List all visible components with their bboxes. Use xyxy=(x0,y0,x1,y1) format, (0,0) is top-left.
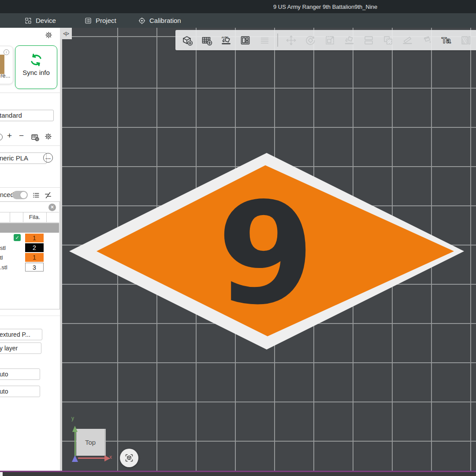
advanced-toggle[interactable] xyxy=(12,191,28,199)
lay-flat-icon xyxy=(343,34,355,46)
sync-info-label: Sync info xyxy=(15,69,57,76)
plate-type-select[interactable]: extured P... xyxy=(0,329,42,340)
x-axis-label: x xyxy=(109,454,112,460)
cut-button xyxy=(400,33,415,48)
tab-device[interactable]: Device xyxy=(24,13,56,28)
process-preset-select[interactable]: tandard xyxy=(0,110,54,121)
rotate-icon xyxy=(305,34,316,46)
printer-card-label: re... xyxy=(0,72,10,79)
add-plate-button[interactable] xyxy=(199,33,214,48)
window-title: 9 US Army Ranger 9th Battalion9th_Nine xyxy=(273,4,377,10)
arrange-button[interactable] xyxy=(238,33,253,48)
tab-device-label: Device xyxy=(36,17,56,24)
tab-calibration[interactable]: Calibration xyxy=(138,13,181,28)
auto-select-2[interactable]: uto xyxy=(0,386,40,397)
tune-icon xyxy=(44,191,52,200)
bottom-bar xyxy=(0,472,476,476)
scale-icon xyxy=(324,34,336,46)
filament-column-header: Fila. xyxy=(23,214,46,220)
rotate-button xyxy=(303,33,318,48)
tab-project-label: Project xyxy=(96,17,116,24)
cut-icon xyxy=(402,34,413,46)
tab-calibration-label: Calibration xyxy=(149,17,181,24)
split-icon xyxy=(363,34,375,46)
printer-image xyxy=(0,55,4,74)
add-plate-icon xyxy=(201,34,212,46)
list-view-button[interactable] xyxy=(32,191,41,200)
remove-preset-button[interactable]: − xyxy=(19,131,24,141)
viewport-canvas[interactable] xyxy=(62,28,476,472)
divider xyxy=(0,93,60,93)
tab-bar xyxy=(0,13,476,28)
nav-cube-top-face[interactable]: Top xyxy=(76,429,106,456)
variable-layer-button xyxy=(458,33,473,48)
list-icon xyxy=(32,191,41,200)
layers-icon xyxy=(259,34,271,46)
info-icon[interactable]: i xyxy=(4,49,9,55)
divider xyxy=(0,145,60,146)
move-icon xyxy=(285,34,297,46)
filament-settings-button[interactable] xyxy=(44,132,52,141)
svg-text:Ta: Ta xyxy=(441,36,450,45)
y-axis-line xyxy=(74,432,76,456)
toolbar-separator xyxy=(277,33,278,47)
scale-button xyxy=(322,33,337,48)
object-row[interactable]: ✓1 xyxy=(0,233,59,243)
filament-cell[interactable]: 3 xyxy=(25,263,44,271)
layer-mode-select[interactable]: y layer xyxy=(0,342,41,354)
object-rows: ✓1stl2tl1.stl3 xyxy=(0,233,59,272)
y-axis-arrow xyxy=(72,426,78,432)
filament-preset-select[interactable]: neric PLA xyxy=(0,152,47,164)
close-icon[interactable]: × xyxy=(48,204,56,211)
toggle-knob xyxy=(20,192,27,198)
add-model-icon xyxy=(181,34,193,46)
auto-select-1[interactable]: uto xyxy=(0,368,40,380)
filament-cell[interactable]: 1 xyxy=(25,234,44,242)
project-icon xyxy=(84,17,92,25)
selected-row-highlight[interactable] xyxy=(0,223,59,233)
object-row-label: .stl xyxy=(0,264,7,271)
z-axis-marker xyxy=(72,455,78,462)
x-axis-line xyxy=(78,457,104,459)
tune-button[interactable] xyxy=(44,191,52,200)
add-model-button[interactable] xyxy=(179,33,194,48)
move-button xyxy=(283,33,298,48)
auto-orient-icon: AUTO xyxy=(220,34,232,46)
tab-project[interactable]: Project xyxy=(84,13,116,28)
split-button xyxy=(361,33,376,48)
object-row-label: tl xyxy=(0,254,3,261)
bottom-bar-corner xyxy=(0,472,3,476)
device-icon xyxy=(24,17,32,25)
ams-sync-button[interactable] xyxy=(30,132,40,142)
filament-cell[interactable]: 1 xyxy=(25,253,44,262)
text-tool-button[interactable]: Ta xyxy=(439,33,454,48)
ams-filament-icon xyxy=(30,132,40,142)
cube-focus-icon xyxy=(124,453,134,463)
sidebar-collapse-handle[interactable]: <|> xyxy=(60,28,72,39)
filament-cell[interactable]: 2 xyxy=(25,243,44,252)
advanced-toggle-label: nced xyxy=(0,191,14,198)
add-preset-button[interactable]: + xyxy=(7,131,12,141)
object-row[interactable]: stl2 xyxy=(0,243,59,253)
object-visibility-checkbox[interactable]: ✓ xyxy=(14,234,21,241)
paint-button xyxy=(419,33,434,48)
auto-orient-button[interactable]: AUTO xyxy=(218,33,233,48)
filament-more-button[interactable]: … xyxy=(43,153,53,163)
text-tool-icon: Ta xyxy=(440,34,452,46)
paint-icon xyxy=(421,34,433,46)
sidebar-resize-strip[interactable] xyxy=(60,28,62,471)
view-reset-button[interactable] xyxy=(120,449,138,467)
divider xyxy=(0,316,60,316)
sidebar-settings-button[interactable] xyxy=(45,31,53,39)
object-row[interactable]: tl1 xyxy=(0,253,59,262)
viewport-toolbar: AUTOTa xyxy=(175,30,476,50)
sync-info-button[interactable]: Sync info xyxy=(15,45,57,89)
variable-layer-icon xyxy=(460,34,472,46)
object-row[interactable]: .stl3 xyxy=(0,262,59,272)
gear-icon xyxy=(44,132,52,141)
clone-button xyxy=(380,33,395,48)
clone-icon xyxy=(382,34,394,46)
nav-cube-label: Top xyxy=(85,439,96,446)
object-row-label: stl xyxy=(0,245,6,251)
layers-button xyxy=(257,33,272,48)
